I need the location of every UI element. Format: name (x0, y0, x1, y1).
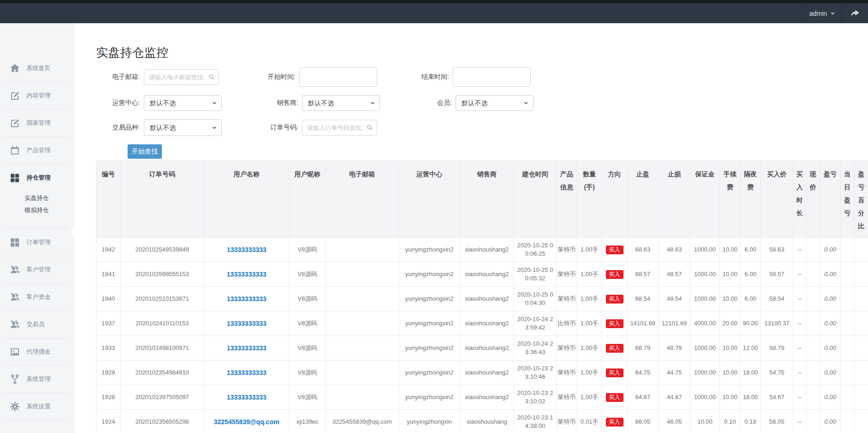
cell-current-price (806, 336, 820, 361)
cell-nickname: xji139ec (289, 410, 326, 433)
cell-profit: 0.00 (820, 262, 841, 287)
sidebar-item-label: 交易员 (26, 320, 45, 329)
sidebar-item[interactable]: 系统首页 (0, 55, 75, 82)
table-body: 1942202010254953984913333333333V8源码yunyi… (96, 238, 868, 433)
cell-id: 1929 (96, 361, 121, 385)
table-row: 1937202010241011015313333333333V8源码yunyi… (96, 311, 868, 336)
sidebar-item[interactable]: 交易员 (0, 311, 75, 338)
sidebar-item[interactable]: 客户管理 (0, 256, 75, 283)
cell-direction: 买入 (602, 262, 627, 287)
cell-margin: 1000.00 (690, 262, 720, 287)
cell-center: yunyingzhongxin (399, 410, 460, 433)
member-select[interactable]: 默认不选 (456, 95, 534, 111)
table-head: 编号订单号码用户名称用户昵称电子邮箱运营中心销售商建仓时间产品信息数量 (手)方… (96, 161, 868, 238)
cell-product: 莱特币 (557, 385, 577, 410)
cell-overnight-fee: 6.00 (740, 287, 761, 311)
cell-username: 13333333333 (204, 385, 289, 410)
table-row: 192420201023565052983225455839@qq.comxji… (96, 410, 868, 433)
column-header: 方向 (602, 161, 627, 238)
user-menu[interactable]: admin (803, 3, 842, 23)
cell-stop-loss: 44.67 (659, 385, 690, 410)
sidebar-item[interactable]: 系统设置 (0, 393, 75, 420)
sidebar-item[interactable]: 订单管理 (0, 229, 75, 256)
column-header: 保证金 (690, 161, 720, 238)
user-link[interactable]: 3225455839@qq.com (214, 418, 279, 426)
cell-order-no: 2020102498100971 (121, 336, 204, 361)
cell-id: 1924 (96, 410, 121, 433)
cell-nickname: V8源码 (289, 336, 326, 361)
end-time-label: 结束时间: (377, 73, 449, 81)
sidebar-item[interactable]: 产品管理 (0, 137, 75, 164)
sidebar-item-label: 国家管理 (26, 119, 51, 127)
user-link[interactable]: 13333333333 (227, 369, 267, 376)
user-link[interactable]: 13333333333 (227, 271, 267, 278)
cell-direction: 买入 (602, 238, 627, 262)
cell-overnight-fee: 0.18 (740, 410, 761, 433)
table-row: 1928202010239750509713333333333V8源码yunyi… (96, 385, 868, 410)
seller-select[interactable]: 默认不选 (302, 95, 380, 111)
cell-stop-loss: 48.57 (659, 262, 690, 287)
cell-direction: 买入 (602, 287, 627, 311)
sidebar-item[interactable]: 国家管理 (0, 110, 75, 136)
cell-open-time: 2020-10-23 23:10:02 (514, 385, 557, 410)
cell-qty: 1.00手 (577, 287, 602, 311)
sidebar-item-label: 系统管理 (26, 375, 51, 383)
user-link[interactable]: 13333333333 (227, 295, 267, 303)
search-button[interactable]: 开始查找 (128, 144, 162, 159)
cell-hold-time: -- (793, 336, 806, 361)
end-time-input[interactable] (453, 67, 531, 87)
direction-badge: 买入 (606, 393, 624, 402)
cell-order-no: 2020102356505298 (121, 410, 204, 433)
cell-id: 1928 (96, 385, 121, 410)
cell-buy-price: 54.75 (761, 361, 793, 385)
cell-margin: 1000.00 (690, 361, 720, 385)
cell-hold-time: -- (793, 385, 806, 410)
cell-username: 13333333333 (204, 238, 289, 262)
order-no-input[interactable] (302, 120, 377, 136)
cell-margin: 1000.00 (690, 385, 720, 410)
logout-button[interactable] (842, 3, 868, 23)
sidebar-item[interactable]: 代理佣金 (0, 338, 75, 365)
cell-seller: xiaoshoushang2 (460, 311, 514, 336)
operation-center-select[interactable]: 默认不选 (144, 95, 222, 111)
cell-product: 莱特币 (557, 361, 577, 385)
email-input[interactable] (144, 69, 219, 85)
symbol-select[interactable]: 默认不选 (144, 119, 222, 136)
cell-day-profit (841, 336, 855, 361)
page-title: 实盘持仓监控 (96, 45, 868, 61)
sidebar-item-label: 订单管理 (26, 238, 51, 246)
start-time-input[interactable] (299, 67, 377, 87)
chevron-down-icon (830, 13, 835, 15)
sidebar-subitem[interactable]: 模拟持仓 (25, 204, 75, 216)
users-icon (9, 291, 20, 303)
column-header: 编号 (96, 161, 121, 238)
direction-badge: 买入 (606, 246, 624, 254)
user-link[interactable]: 13333333333 (227, 246, 267, 253)
cell-current-price (806, 238, 820, 262)
sidebar-item[interactable]: 持仓管理 (0, 164, 75, 191)
sidebar-item[interactable]: 系统管理 (0, 366, 75, 393)
cell-open-time: 2020-10-24 23:59:42 (514, 311, 557, 336)
user-link[interactable]: 13333333333 (227, 320, 267, 327)
user-link[interactable]: 13333333333 (227, 344, 267, 352)
cell-username: 13333333333 (204, 287, 289, 311)
filter-row-3: 交易品种: 默认不选 订单号码: (96, 119, 868, 136)
cell-id: 1933 (96, 336, 121, 361)
cell-fee: 10.00 (720, 262, 740, 287)
sidebar-item[interactable]: 客户资金 (0, 284, 75, 310)
cell-nickname: V8源码 (289, 385, 326, 410)
cell-direction: 买入 (602, 336, 627, 361)
sidebar-item[interactable]: 内容管理 (0, 82, 75, 109)
cell-id: 1937 (96, 311, 121, 336)
positions-table: 编号订单号码用户名称用户昵称电子邮箱运营中心销售商建仓时间产品信息数量 (手)方… (96, 161, 868, 433)
sidebar-item-label: 客户管理 (26, 265, 51, 274)
cell-day-profit (841, 361, 855, 385)
cell-overnight-fee: 12.00 (740, 336, 761, 361)
sidebar-submenu: 实盘持仓模拟持仓 (0, 191, 75, 228)
user-link[interactable]: 13333333333 (227, 394, 267, 401)
sidebar-subitem[interactable]: 实盘持仓 (25, 192, 75, 204)
cell-direction: 买入 (602, 385, 627, 410)
fork-icon (9, 374, 20, 385)
cell-fee: 10.00 (720, 361, 740, 385)
cell-username: 13333333333 (204, 361, 289, 385)
